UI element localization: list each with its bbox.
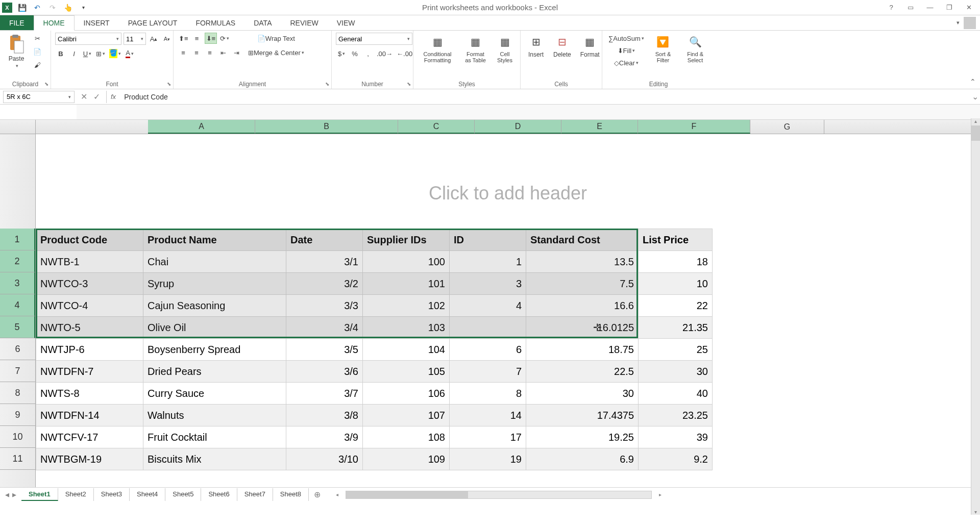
table-cell[interactable]: Biscuits Mix (143, 448, 286, 470)
find-select-button[interactable]: 🔍Find & Select (680, 33, 710, 64)
undo-icon[interactable]: ↶ (32, 2, 43, 13)
touch-mode-icon[interactable]: 👆 (62, 2, 74, 13)
underline-button[interactable]: U▾ (82, 48, 93, 59)
fill-button[interactable]: ⬇ Fill▾ (606, 45, 646, 56)
increase-indent-icon[interactable]: ⇥ (231, 47, 242, 58)
table-cell[interactable]: 3/8 (286, 405, 363, 426)
table-cell[interactable]: Syrup (143, 273, 286, 295)
row-header-5[interactable]: 5 (0, 316, 35, 338)
alignment-launcher-icon[interactable]: ⬊ (325, 81, 329, 87)
table-cell[interactable]: 16.6 (526, 295, 639, 317)
table-cell[interactable]: 23.25 (639, 405, 713, 426)
table-header-cell[interactable]: List Price (639, 229, 713, 251)
table-cell[interactable]: 100 (363, 251, 450, 273)
autosum-button[interactable]: ∑ AutoSum▾ (606, 33, 646, 44)
table-cell[interactable]: NWTO-5 (36, 317, 143, 339)
align-top-icon[interactable]: ⬆≡ (178, 33, 189, 44)
table-cell[interactable]: 105 (363, 361, 450, 383)
sheet-nav-next-icon[interactable]: ▸ (12, 490, 16, 499)
conditional-formatting-button[interactable]: ▦Conditional Formatting (418, 33, 457, 64)
tab-review[interactable]: REVIEW (281, 15, 327, 30)
format-painter-icon[interactable]: 🖌 (32, 59, 43, 70)
tab-insert[interactable]: INSERT (75, 15, 119, 30)
table-cell[interactable]: 13.5 (526, 251, 639, 273)
column-header-A[interactable]: A (148, 120, 255, 134)
font-name-combo[interactable]: Calibri▾ (55, 33, 121, 45)
row-header-1[interactable]: 1 (0, 229, 35, 250)
table-cell[interactable]: 3/1 (286, 251, 363, 273)
row-header-7[interactable]: 7 (0, 360, 35, 382)
vertical-scrollbar[interactable]: ▴ ▾ (971, 118, 980, 515)
tab-formulas[interactable]: FORMULAS (186, 15, 244, 30)
name-box[interactable]: 5R x 6C▾ (3, 91, 75, 103)
bold-button[interactable]: B (55, 48, 66, 59)
cell-styles-button[interactable]: ▦Cell Styles (494, 33, 516, 64)
copy-icon[interactable]: 📄 (32, 46, 43, 57)
new-sheet-button[interactable]: ⊕ (309, 490, 326, 499)
wrap-text-button[interactable]: 📄 Wrap Text (245, 33, 307, 44)
row-header-4[interactable]: 4 (0, 294, 35, 316)
maximize-icon[interactable]: ❐ (943, 3, 955, 13)
row-header-8[interactable]: 8 (0, 382, 35, 404)
table-cell[interactable]: 22 (639, 295, 713, 317)
user-avatar[interactable] (964, 17, 976, 29)
sheet-tab-sheet6[interactable]: Sheet6 (201, 488, 237, 501)
clipboard-launcher-icon[interactable]: ⬊ (44, 81, 48, 87)
table-cell[interactable]: 3 (450, 273, 526, 295)
sheet-tab-sheet2[interactable]: Sheet2 (58, 488, 94, 501)
column-header-D[interactable]: D (475, 120, 561, 134)
expand-formula-icon[interactable]: ⌄ (970, 92, 980, 102)
table-cell[interactable] (450, 317, 526, 339)
table-cell[interactable]: NWTCFV-17 (36, 426, 143, 448)
row-header-3[interactable]: 3 (0, 272, 35, 294)
table-cell[interactable]: NWTJP-6 (36, 339, 143, 361)
decrease-decimal-icon[interactable]: ←.00 (396, 48, 413, 59)
table-cell[interactable]: 3/5 (286, 339, 363, 361)
worksheet-area[interactable]: 1234567891011 Click to add header Produc… (0, 134, 980, 487)
align-center-icon[interactable]: ≡ (191, 47, 202, 58)
table-cell[interactable]: 6 (450, 339, 526, 361)
table-cell[interactable]: 7.5 (526, 273, 639, 295)
table-cell[interactable]: Chai (143, 251, 286, 273)
table-cell[interactable]: 1 (450, 251, 526, 273)
tab-file[interactable]: FILE (0, 15, 34, 30)
clear-button[interactable]: ◇ Clear▾ (606, 57, 646, 68)
tab-home[interactable]: HOME (34, 15, 75, 31)
insert-cells-button[interactable]: ⊞Insert (525, 33, 547, 59)
table-cell[interactable]: NWTDFN-7 (36, 361, 143, 383)
table-cell[interactable]: 9.2 (639, 448, 713, 470)
table-cell[interactable]: 8 (450, 383, 526, 405)
tab-data[interactable]: DATA (244, 15, 281, 30)
table-cell[interactable]: NWTCO-4 (36, 295, 143, 317)
align-middle-icon[interactable]: ≡ (191, 33, 203, 44)
increase-decimal-icon[interactable]: .00→ (376, 48, 394, 59)
table-header-cell[interactable]: Standard Cost (526, 229, 639, 251)
table-cell[interactable]: 21.35 (639, 317, 713, 339)
formula-input[interactable]: Product Code (120, 93, 970, 101)
table-cell[interactable]: 104 (363, 339, 450, 361)
table-cell[interactable]: 19.25 (526, 426, 639, 448)
sheet-nav-prev-icon[interactable]: ◂ (5, 490, 9, 499)
sheet-tab-sheet1[interactable]: Sheet1 (21, 488, 58, 501)
table-cell[interactable]: 109 (363, 448, 450, 470)
table-cell[interactable]: 101 (363, 273, 450, 295)
table-header-cell[interactable]: ID (450, 229, 526, 251)
table-cell[interactable]: 3/3 (286, 295, 363, 317)
table-cell[interactable]: Curry Sauce (143, 383, 286, 405)
table-cell[interactable]: NWTBGM-19 (36, 448, 143, 470)
qat-customize-icon[interactable]: ▾ (78, 2, 89, 13)
table-cell[interactable]: 19 (450, 448, 526, 470)
table-cell[interactable]: 10 (639, 273, 713, 295)
font-size-combo[interactable]: 11▾ (124, 33, 146, 45)
tab-view[interactable]: VIEW (328, 15, 364, 30)
collapse-ribbon-icon[interactable]: ⌃ (970, 78, 976, 86)
sort-filter-button[interactable]: 🔽Sort & Filter (649, 33, 677, 64)
decrease-font-icon[interactable]: A▾ (161, 33, 173, 44)
table-cell[interactable]: 108 (363, 426, 450, 448)
table-cell[interactable]: 3/2 (286, 273, 363, 295)
sheet-tab-sheet3[interactable]: Sheet3 (94, 488, 130, 501)
horizontal-scrollbar[interactable] (346, 491, 652, 499)
border-button[interactable]: ⊞▾ (95, 48, 106, 59)
table-cell[interactable]: 6.9 (526, 448, 639, 470)
merge-center-button[interactable]: ⊞ Merge & Center▾ (245, 47, 307, 58)
